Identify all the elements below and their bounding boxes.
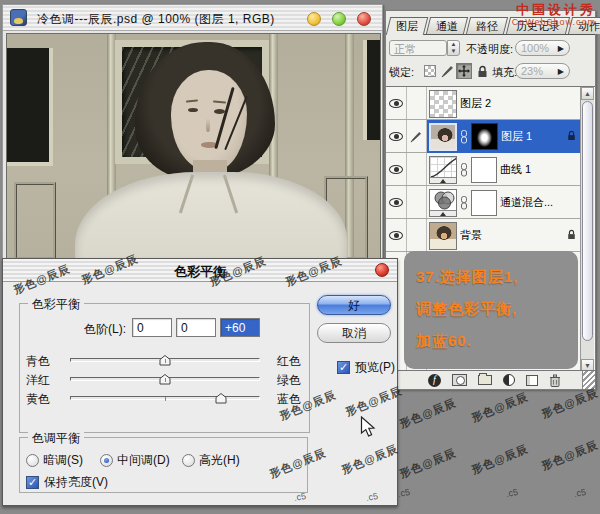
highlights-option[interactable]: 高光(H): [182, 452, 240, 469]
eye-icon[interactable]: [389, 132, 403, 141]
fill-value[interactable]: 23%▶: [515, 63, 570, 79]
link-cell[interactable]: [406, 219, 426, 252]
maximize-button[interactable]: [332, 12, 346, 26]
mask-link-icon: [460, 163, 468, 177]
minimize-button[interactable]: [307, 12, 321, 26]
link-cell[interactable]: [406, 87, 426, 120]
watermark-mark: .c5: [365, 491, 379, 503]
visibility-cell[interactable]: [386, 186, 406, 219]
document-titlebar[interactable]: 冷色调---辰辰.psd @ 100% (图层 1, RGB): [3, 5, 382, 31]
layer-thumbnail-background[interactable]: [429, 222, 457, 250]
visibility-cell[interactable]: [386, 153, 406, 186]
layer-mask-thumbnail[interactable]: [471, 123, 498, 150]
highlights-radio[interactable]: [182, 454, 195, 467]
watermark-mark: .c5: [397, 487, 411, 499]
slider-rail[interactable]: [70, 377, 260, 381]
lock-move-icon[interactable]: [456, 63, 472, 79]
layer-row-background[interactable]: 背景: [386, 219, 580, 252]
photo-canvas[interactable]: [6, 33, 381, 259]
new-adjustment-layer-button[interactable]: [503, 374, 515, 386]
dropdown-arrow-icon: ▶: [558, 44, 564, 53]
midtones-option[interactable]: 中间调(D): [100, 452, 170, 469]
photo-face-detail: [206, 118, 210, 132]
site-watermark: 中国设计秀 CnWebShow.com: [512, 1, 596, 27]
note-line: 37.选择图层1,: [416, 261, 566, 293]
curves-adjustment-icon[interactable]: [429, 156, 457, 184]
new-group-button[interactable]: [478, 375, 492, 385]
add-mask-button[interactable]: [452, 374, 467, 386]
layer-row-layer1-selected[interactable]: 图层 1: [386, 120, 580, 153]
blend-mode-stepper-icon[interactable]: ▲▼: [447, 40, 460, 56]
visibility-cell[interactable]: [386, 120, 406, 153]
lock-paint-icon[interactable]: [439, 63, 455, 79]
levels-label: 色阶(L):: [84, 321, 126, 338]
lock-row: 锁定: 填充: 23%▶: [386, 62, 595, 82]
close-button[interactable]: [357, 12, 371, 26]
trash-icon: [549, 374, 561, 387]
midtones-radio-selected[interactable]: [100, 454, 113, 467]
slider-thumb[interactable]: [159, 374, 171, 385]
slider-thumb[interactable]: [215, 393, 227, 404]
channel-mixer-adjustment-icon[interactable]: [429, 189, 457, 217]
link-cell[interactable]: [406, 186, 426, 219]
watermark: 形色@辰辰: [469, 441, 530, 477]
layer-row-curves1[interactable]: 曲线 1: [386, 153, 580, 186]
dialog-close-button[interactable]: [375, 263, 389, 277]
layer-name[interactable]: 通道混合...: [500, 195, 553, 210]
mask-link-icon: [460, 130, 468, 144]
level-field-yellow-blue-selected[interactable]: +60: [220, 318, 260, 337]
link-cell[interactable]: [406, 153, 426, 186]
preserve-luminosity-option[interactable]: 保持亮度(V): [26, 474, 108, 491]
level-field-cyan-red[interactable]: 0: [132, 318, 172, 337]
blend-mode-select[interactable]: 正常: [389, 40, 447, 56]
mouse-cursor: [360, 416, 376, 442]
layer-thumbnail-photo[interactable]: [429, 123, 457, 151]
watermark-mark: .c5: [573, 487, 587, 499]
shadows-option[interactable]: 暗调(S): [26, 452, 83, 469]
lock-all-icon[interactable]: [474, 63, 490, 79]
layer-name[interactable]: 图层 1: [501, 129, 532, 144]
photo-door-panel: [14, 182, 56, 259]
layer-mask-thumbnail[interactable]: [471, 190, 497, 216]
slider-thumb[interactable]: [159, 355, 171, 366]
layer-style-icon: f: [428, 374, 441, 387]
layer-row-layer2[interactable]: 图层 2: [386, 87, 580, 120]
opacity-value[interactable]: 100%▶: [515, 40, 570, 56]
preserve-luminosity-checkbox[interactable]: [26, 476, 39, 489]
delete-layer-button[interactable]: [549, 374, 561, 387]
visibility-cell[interactable]: [386, 219, 406, 252]
lock-transparency-icon[interactable]: [422, 63, 438, 79]
preview-checkbox[interactable]: [337, 361, 350, 374]
slider-right-label: 绿色: [277, 372, 301, 389]
cancel-button[interactable]: 取消: [317, 323, 391, 343]
tab-channels[interactable]: 通道: [426, 17, 468, 34]
link-cell[interactable]: [406, 120, 426, 153]
layers-scrollbar[interactable]: ▲ ▼: [580, 87, 594, 372]
eye-icon[interactable]: [389, 165, 403, 174]
layer-mask-thumbnail[interactable]: [471, 157, 497, 183]
eye-icon[interactable]: [389, 99, 403, 108]
shadows-radio[interactable]: [26, 454, 39, 467]
scrollbar-up-icon[interactable]: ▲: [581, 87, 594, 100]
layer-name[interactable]: 曲线 1: [500, 162, 531, 177]
layer-thumbnail-transparent[interactable]: [429, 90, 457, 118]
visibility-cell[interactable]: [386, 87, 406, 120]
opacity-label: 不透明度:: [466, 42, 513, 57]
slider-rail[interactable]: [70, 358, 260, 362]
layer-name[interactable]: 背景: [460, 228, 482, 243]
tab-paths[interactable]: 路径: [466, 17, 508, 34]
slider-rail[interactable]: [70, 396, 260, 400]
layer-name[interactable]: 图层 2: [460, 96, 491, 111]
ok-button[interactable]: 好: [317, 295, 391, 315]
layer-row-channel-mixer[interactable]: 通道混合...: [386, 186, 580, 219]
document-window: 冷色调---辰辰.psd @ 100% (图层 1, RGB): [2, 4, 383, 260]
scrollbar-thumb[interactable]: [582, 101, 593, 341]
level-field-magenta-green[interactable]: 0: [176, 318, 216, 337]
eye-icon[interactable]: [389, 198, 403, 207]
eye-icon[interactable]: [389, 231, 403, 240]
new-layer-button[interactable]: [526, 375, 538, 386]
layer-style-button[interactable]: f: [428, 374, 441, 387]
tone-balance-group: 色调平衡 暗调(S) 中间调(D) 高光(H) 保持亮度(V): [19, 437, 308, 493]
preview-option[interactable]: 预览(P): [337, 359, 395, 376]
tab-layers[interactable]: 图层: [386, 17, 428, 35]
